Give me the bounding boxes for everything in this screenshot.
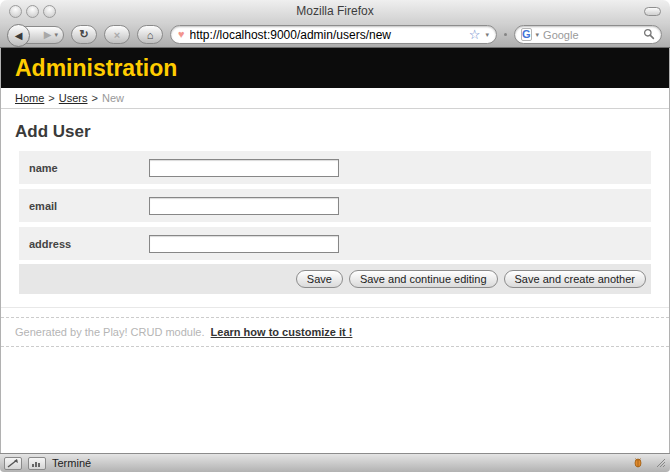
window-title: Mozilla Firefox [296, 4, 373, 18]
minimize-window-button[interactable] [26, 5, 39, 18]
history-dropdown-button[interactable]: ▾ [54, 31, 58, 39]
reload-button[interactable]: ↻ [71, 25, 97, 44]
breadcrumb-link-users[interactable]: Users [59, 92, 88, 104]
traffic-lights [9, 5, 56, 18]
admin-header-title: Administration [15, 55, 177, 82]
forward-icon: ▶ [44, 29, 52, 40]
chevron-down-icon: ▾ [536, 31, 540, 38]
statusbar-extension-cursor-icon[interactable] [4, 457, 22, 470]
form-row-address: address [19, 227, 651, 260]
field-label-name: name [19, 162, 149, 174]
forward-button[interactable]: ▶ [44, 29, 52, 40]
firebug-icon[interactable] [632, 454, 644, 472]
save-and-create-another-button[interactable]: Save and create another [504, 270, 646, 288]
form-row-name: name [19, 151, 651, 184]
breadcrumb-separator: > [48, 92, 54, 104]
breadcrumb-link-home[interactable]: Home [15, 92, 44, 104]
save-and-continue-button[interactable]: Save and continue editing [349, 270, 498, 288]
site-favicon-heart-icon[interactable]: ♥ [178, 29, 185, 40]
field-label-address: address [19, 238, 149, 250]
stop-icon: × [114, 29, 120, 41]
search-icon[interactable] [643, 26, 655, 44]
statusbar: Terminé [0, 453, 670, 472]
back-button[interactable]: ◀ [7, 24, 30, 47]
zoom-window-button[interactable] [43, 5, 56, 18]
reload-icon: ↻ [79, 28, 88, 41]
form-row-email: email [19, 189, 651, 222]
breadcrumb: Home > Users > New [1, 88, 669, 109]
add-user-form: name email address Save Save and continu… [19, 151, 651, 294]
statusbar-extension-chart-icon[interactable] [28, 457, 46, 470]
stop-button[interactable]: × [104, 25, 130, 44]
chevron-down-icon: ▾ [54, 31, 58, 38]
chevron-down-icon: ▾ [485, 31, 489, 38]
url-dropdown-button[interactable]: ▾ [485, 31, 489, 39]
name-field[interactable] [149, 159, 339, 177]
location-bar[interactable]: ♥ ☆ ▾ [170, 25, 497, 44]
form-actions: Save Save and continue editing Save and … [19, 264, 651, 294]
search-input[interactable] [543, 29, 639, 41]
status-text: Terminé [52, 457, 91, 469]
page-title: Add User [15, 122, 655, 142]
home-icon: ⌂ [147, 29, 154, 41]
back-icon: ◀ [15, 30, 23, 41]
google-engine-icon[interactable]: G [521, 28, 532, 41]
save-button[interactable]: Save [296, 270, 343, 288]
titlebar: Mozilla Firefox [0, 0, 670, 22]
url-input[interactable] [190, 28, 464, 42]
admin-header: Administration [1, 48, 669, 88]
toolbar-separator-dot [504, 33, 507, 36]
content-divider [1, 307, 669, 308]
close-window-button[interactable] [9, 5, 22, 18]
field-label-email: email [19, 200, 149, 212]
back-forward-group: ◀ ▶ ▾ [8, 26, 64, 44]
resize-grip[interactable] [654, 454, 666, 472]
page-viewport: Administration Home > Users > New Add Us… [0, 48, 670, 453]
toolbar-lozenge-button[interactable] [644, 7, 661, 16]
address-field[interactable] [149, 235, 339, 253]
email-field[interactable] [149, 197, 339, 215]
breadcrumb-separator: > [92, 92, 98, 104]
bookmark-star-icon[interactable]: ☆ [469, 28, 481, 41]
home-button[interactable]: ⌂ [137, 25, 163, 44]
footer-text: Generated by the Play! CRUD module. [15, 326, 205, 338]
search-bar[interactable]: G ▾ [514, 25, 662, 44]
browser-window: Mozilla Firefox ◀ ▶ ▾ ↻ × ⌂ ♥ ☆ ▾ [0, 0, 670, 472]
search-engine-dropdown-button[interactable]: ▾ [536, 31, 540, 39]
crud-footer: Generated by the Play! CRUD module. Lear… [1, 317, 669, 347]
footer-customize-link[interactable]: Learn how to customize it ! [211, 326, 353, 338]
breadcrumb-current: New [102, 92, 124, 104]
navigation-toolbar: ◀ ▶ ▾ ↻ × ⌂ ♥ ☆ ▾ G ▾ [0, 22, 670, 48]
